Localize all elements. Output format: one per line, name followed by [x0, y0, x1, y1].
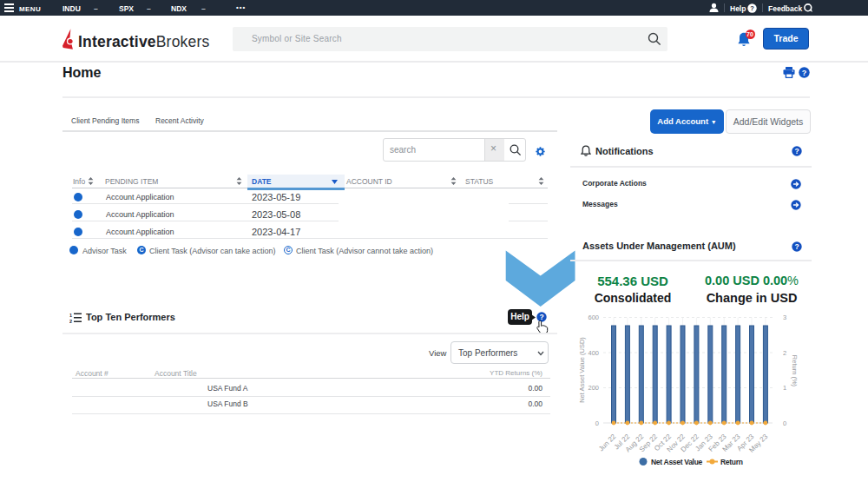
- svg-text:Return (%): Return (%): [791, 355, 799, 387]
- svg-text:1: 1: [783, 384, 786, 392]
- svg-text:?: ?: [794, 147, 799, 155]
- svg-text:Net Asset Value (USD): Net Asset Value (USD): [578, 337, 586, 403]
- svg-text:1: 1: [69, 313, 72, 318]
- svg-text:0: 0: [595, 419, 599, 427]
- svg-text:2: 2: [783, 349, 786, 357]
- svg-text:Return: Return: [720, 458, 743, 466]
- svg-text:?: ?: [750, 4, 754, 12]
- svg-text:Net Asset Value: Net Asset Value: [651, 458, 703, 466]
- svg-text:3: 3: [783, 314, 786, 321]
- svg-text:?: ?: [794, 241, 799, 250]
- svg-text:?: ?: [802, 69, 807, 77]
- svg-text:600: 600: [588, 314, 599, 321]
- svg-text:2: 2: [69, 319, 72, 323]
- svg-text:400: 400: [588, 349, 599, 357]
- svg-text:200: 200: [588, 384, 599, 392]
- svg-text:0: 0: [783, 419, 786, 427]
